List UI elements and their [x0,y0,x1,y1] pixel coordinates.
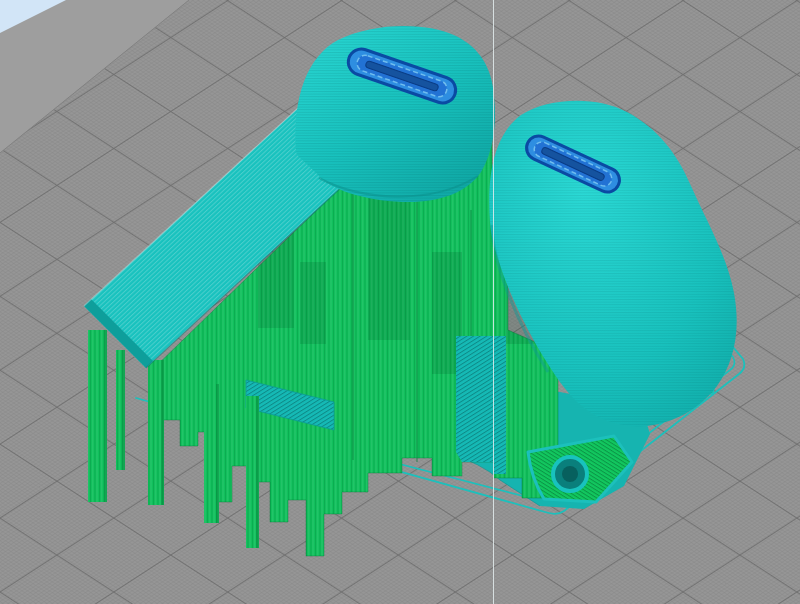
slicer-3d-viewport[interactable] [0,0,800,604]
support-pillar [148,360,164,505]
support-pillar [88,330,107,502]
scene-canvas[interactable] [0,0,800,604]
support-pillar [246,396,259,548]
support-pillar [204,384,219,523]
infill-window-center [456,336,506,474]
support-pillar [116,350,125,470]
